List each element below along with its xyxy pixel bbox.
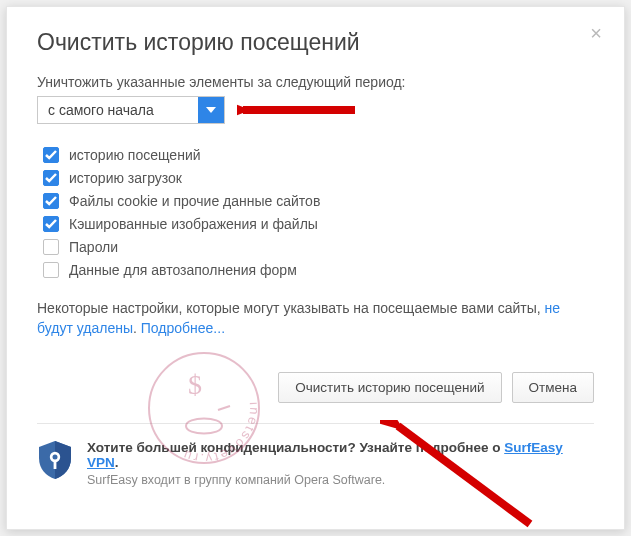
checkbox[interactable] (43, 193, 59, 209)
note-link-more[interactable]: Подробнее... (141, 320, 225, 336)
note-sep: . (133, 320, 141, 336)
period-select[interactable]: с самого начала (37, 96, 225, 124)
checkbox-label: Пароли (69, 239, 118, 255)
svg-point-2 (53, 455, 58, 460)
button-row: Очистить историю посещений Отмена (37, 348, 594, 424)
svg-rect-3 (54, 461, 57, 469)
checkbox-row: Кэшированные изображения и файлы (43, 216, 594, 232)
promo-title-pre: Хотите большей конфиденциальности? Узнай… (87, 440, 504, 455)
checkbox-row: историю посещений (43, 147, 594, 163)
promo-text: Хотите большей конфиденциальности? Узнай… (87, 440, 594, 487)
promo-title: Хотите большей конфиденциальности? Узнай… (87, 440, 594, 470)
clear-history-button[interactable]: Очистить историю посещений (278, 372, 501, 403)
checkbox[interactable] (43, 239, 59, 255)
checkbox-label: историю посещений (69, 147, 201, 163)
note-pre: Некоторые настройки, которые могут указы… (37, 300, 545, 316)
checkbox-label: Файлы cookie и прочие данные сайтов (69, 193, 320, 209)
shield-icon (37, 440, 73, 480)
checkbox-row: Пароли (43, 239, 594, 255)
checkbox[interactable] (43, 262, 59, 278)
checkbox-label: историю загрузок (69, 170, 182, 186)
checkbox-row: историю загрузок (43, 170, 594, 186)
period-label: Уничтожить указанные элементы за следующ… (37, 74, 594, 90)
checkbox-label: Кэшированные изображения и файлы (69, 216, 318, 232)
checkbox-label: Данные для автозаполнения форм (69, 262, 297, 278)
checkbox-row: Файлы cookie и прочие данные сайтов (43, 193, 594, 209)
promo-title-post: . (115, 455, 119, 470)
clear-history-dialog: × Очистить историю посещений Уничтожить … (6, 6, 625, 530)
chevron-down-icon (198, 97, 224, 123)
promo-subtitle: SurfEasy входит в группу компаний Opera … (87, 473, 594, 487)
dialog-title: Очистить историю посещений (37, 29, 594, 56)
annotation-arrow-1 (237, 96, 357, 124)
checkbox-list: историю посещенийисторию загрузокФайлы c… (43, 140, 594, 285)
promo-section: Хотите большей конфиденциальности? Узнай… (37, 424, 594, 503)
checkbox-row: Данные для автозаполнения форм (43, 262, 594, 278)
cancel-button[interactable]: Отмена (512, 372, 594, 403)
period-row: с самого начала (37, 96, 594, 124)
note-text: Некоторые настройки, которые могут указы… (37, 299, 594, 338)
checkbox[interactable] (43, 216, 59, 232)
close-icon[interactable]: × (590, 23, 602, 43)
period-select-value: с самого начала (38, 102, 198, 118)
checkbox[interactable] (43, 147, 59, 163)
checkbox[interactable] (43, 170, 59, 186)
